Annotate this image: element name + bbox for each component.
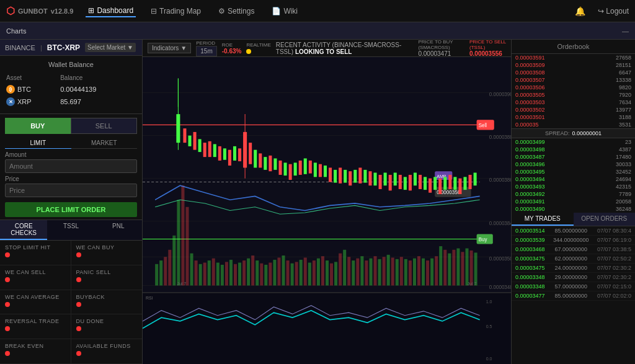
svg-rect-101 [183, 128, 186, 143]
svg-rect-134 [344, 170, 347, 183]
orderbook-spread: SPREAD: 0.00000001 [512, 128, 635, 138]
svg-rect-105 [203, 143, 206, 157]
svg-rect-143 [389, 175, 392, 190]
minimize-button[interactable]: — [622, 27, 629, 35]
nav-wiki[interactable]: 📄 Wiki [269, 6, 300, 17]
svg-text:Jul 7: Jul 7 [468, 281, 477, 287]
svg-rect-72 [365, 260, 368, 285]
btc-label: BTC [17, 86, 31, 93]
place-order-button[interactable]: PLACE LIMIT ORDER [5, 202, 137, 217]
app-name: GUNBOT [18, 7, 48, 15]
orderbook-bids: 0.00003499 23 0.00003498 4387 0.00003487… [512, 138, 635, 213]
svg-rect-34 [199, 264, 202, 286]
top-navigation: ⬡ GUNBOT v12.8.9 ⊞ Dashboard ⊟ Trading M… [0, 0, 635, 22]
orderbook-title: Orderbook [512, 40, 635, 54]
period-label: PERIOD [196, 40, 216, 46]
svg-rect-108 [218, 146, 221, 161]
ask-row: 0.00003501 3188 [512, 113, 635, 121]
app-version: v12.8.9 [51, 7, 74, 15]
svg-rect-86 [426, 260, 429, 285]
svg-text:0.0: 0.0 [486, 356, 492, 362]
svg-rect-54 [286, 260, 290, 285]
trading-pair: BTC-XRP [47, 43, 80, 52]
svg-rect-71 [360, 256, 363, 285]
svg-rect-152 [433, 177, 437, 190]
svg-rect-104 [198, 139, 202, 152]
svg-text:0.0000348: 0.0000348 [489, 284, 511, 291]
bid-row: 0.00003492 7789 [512, 190, 635, 198]
nav-dashboard[interactable]: ⊞ Dashboard [86, 5, 136, 17]
svg-rect-33 [195, 260, 198, 285]
nav-trading-map[interactable]: ⊟ Trading Map [148, 6, 203, 17]
trade-row: 0.00003539 344.00000000 07/07 06:19:0 [512, 236, 635, 245]
period-value: 15m [196, 46, 216, 56]
svg-rect-116 [254, 150, 257, 168]
sell-button[interactable]: SELL [71, 118, 138, 134]
notification-bell[interactable]: 🔔 [575, 6, 585, 16]
svg-rect-144 [394, 172, 397, 185]
svg-rect-79 [396, 259, 399, 286]
svg-rect-155 [448, 175, 451, 189]
roe-display: ROE -0.63% [222, 42, 242, 55]
svg-rect-107 [213, 144, 216, 157]
cc-panic-sell-dot [76, 277, 81, 282]
svg-rect-83 [413, 259, 416, 286]
svg-rect-60 [313, 260, 316, 285]
wallet-title: Wallet Balance [5, 61, 137, 68]
nav-settings[interactable]: ⚙ Settings [216, 6, 257, 17]
svg-rect-51 [273, 260, 276, 285]
svg-rect-124 [294, 162, 297, 175]
amount-input-group: Amount [0, 151, 142, 175]
svg-rect-36 [208, 260, 211, 285]
svg-rect-142 [384, 172, 387, 185]
svg-rect-64 [330, 264, 333, 286]
indicators-button[interactable]: Indicators ▼ [148, 43, 191, 53]
wallet-row-xrp: ✕ XRP 85.697 [6, 96, 136, 107]
tab-tssl[interactable]: TSSL [47, 220, 94, 240]
svg-rect-153 [438, 179, 442, 194]
svg-rect-127 [309, 161, 312, 174]
svg-rect-160 [474, 172, 477, 185]
cc-break-even: BREAK EVEN [0, 339, 71, 364]
svg-rect-28 [172, 236, 175, 286]
svg-rect-52 [277, 257, 280, 285]
svg-rect-102 [188, 136, 191, 146]
buy-button[interactable]: BUY [5, 118, 71, 134]
select-market-button[interactable]: Select Market ▼ [85, 43, 136, 52]
svg-text:Jul 7: Jul 7 [177, 281, 186, 287]
trade-row: 0.00003348 57.00000000 07/07 02:15:0 [512, 282, 635, 291]
tab-open-orders[interactable]: OPEN ORDERS [574, 213, 636, 226]
svg-rect-110 [228, 150, 231, 166]
svg-rect-135 [349, 171, 352, 185]
cc-we-can-average-dot [5, 302, 10, 307]
svg-rect-156 [453, 177, 456, 190]
svg-rect-126 [304, 158, 307, 174]
svg-rect-141 [379, 175, 382, 189]
svg-rect-84 [417, 256, 420, 285]
trades-tabs: MY TRADES OPEN ORDERS [512, 213, 635, 226]
cc-du-done: DU DONE [71, 314, 143, 339]
bid-row: 0.00003493 42315 [512, 183, 635, 190]
cc-available-funds: AVAILABLE FUNDS [71, 339, 143, 364]
svg-rect-44 [242, 260, 246, 285]
cc-du-done-dot [76, 326, 81, 331]
price-input[interactable] [5, 184, 137, 197]
bid-row: 0.00003491 20058 [512, 198, 635, 205]
xrp-label: XRP [17, 98, 32, 105]
amount-input[interactable] [5, 159, 137, 173]
ask-row: 0.00003591 27658 [512, 54, 635, 61]
cc-panic-sell: PANIC SELL [71, 265, 143, 290]
svg-rect-119 [269, 156, 272, 171]
logout-button[interactable]: ↪ Logout [598, 7, 629, 16]
tab-limit[interactable]: LIMIT [5, 138, 71, 149]
tab-pnl[interactable]: PNL [95, 220, 142, 240]
tab-core-checks[interactable]: CORE CHECKS [0, 220, 47, 240]
chart-svg: 0.0000390 0.0000388 0.0000386 0.0000384 … [143, 57, 511, 364]
svg-rect-132 [334, 170, 337, 183]
svg-rect-49 [264, 265, 267, 285]
tab-market[interactable]: MARKET [71, 138, 138, 149]
bid-row: 0.00003490 36248 [512, 205, 635, 213]
balance-header: Balance [60, 73, 136, 82]
right-panel: Orderbook 0.00003591 27658 0.00003509 28… [511, 40, 635, 364]
tab-my-trades[interactable]: MY TRADES [512, 213, 574, 226]
